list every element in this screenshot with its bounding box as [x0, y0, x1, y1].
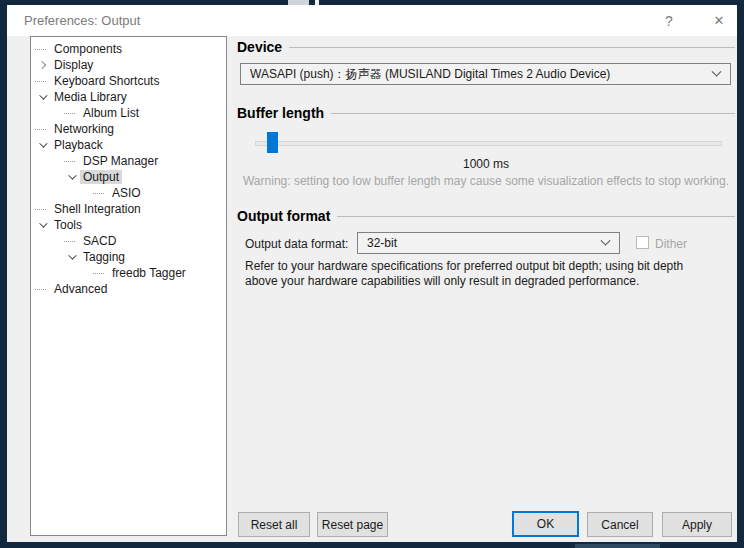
app-edge-right [737, 0, 744, 548]
tree-item-networking[interactable]: Networking [31, 121, 226, 137]
tree-connector [35, 209, 46, 210]
device-select[interactable]: WASAPI (push)：扬声器 (MUSILAND Digital Time… [240, 63, 731, 85]
buffer-value-label: 1000 ms [237, 157, 735, 171]
tree-item-label: SACD [80, 234, 119, 248]
tree-item-label: Output [80, 170, 122, 184]
tree-item-playback[interactable]: Playback [31, 137, 226, 153]
tree-item-label: Components [51, 42, 125, 56]
buffer-section-heading: Buffer length [237, 105, 735, 121]
chevron-collapsed-icon[interactable] [35, 58, 49, 72]
tree-connector [35, 49, 46, 50]
tree-item-label: Display [51, 58, 96, 72]
tree-item-tools[interactable]: Tools [31, 217, 226, 233]
buffer-slider-handle[interactable] [267, 132, 278, 153]
heading-rule [289, 47, 735, 48]
tree-item-asio[interactable]: ASIO [31, 185, 226, 201]
tree-item-label: Tools [51, 218, 85, 232]
cancel-button[interactable]: Cancel [587, 512, 653, 537]
ok-button[interactable]: OK [512, 511, 579, 537]
tree-item-label: Advanced [51, 282, 110, 296]
tree-connector [64, 113, 75, 114]
close-icon[interactable]: ✕ [700, 5, 738, 36]
tree-item-shell-integration[interactable]: Shell Integration [31, 201, 226, 217]
output-format-note: Refer to your hardware specifications fo… [245, 259, 717, 289]
tree-item-label: Album List [80, 106, 142, 120]
heading-rule [337, 216, 735, 217]
tree-item-album-list[interactable]: Album List [31, 105, 226, 121]
app-edge-left [0, 0, 7, 548]
output-format-section-heading: Output format [237, 207, 735, 225]
window-title: Preferences: Output [24, 13, 140, 28]
tree-panel: ComponentsDisplayKeyboard ShortcutsMedia… [30, 36, 227, 536]
reset-page-button[interactable]: Reset page [317, 512, 388, 537]
output-data-format-label: Output data format: [245, 237, 348, 251]
tree-connector [35, 289, 46, 290]
tree-item-display[interactable]: Display [31, 57, 226, 73]
output-data-format-value: 32-bit [367, 236, 600, 250]
tree-connector [93, 193, 104, 194]
tree-item-label: Media Library [51, 90, 130, 104]
title-bar[interactable]: Preferences: Output [7, 5, 737, 36]
buffer-slider-track[interactable] [255, 141, 722, 146]
reset-all-button[interactable]: Reset all [238, 512, 310, 537]
tree-item-label: Shell Integration [51, 202, 144, 216]
buffer-warning-text: Warning: setting too low buffer length m… [237, 174, 735, 188]
apply-button[interactable]: Apply [662, 512, 732, 537]
tree-connector [35, 129, 46, 130]
tree-item-output[interactable]: Output [31, 169, 226, 185]
output-data-format-select[interactable]: 32-bit [357, 232, 620, 254]
chevron-down-icon [711, 69, 721, 79]
tree-item-media-library[interactable]: Media Library [31, 89, 226, 105]
tree-item-label: ASIO [109, 186, 144, 200]
tree-item-label: Keyboard Shortcuts [51, 74, 162, 88]
device-section-heading: Device [237, 39, 735, 55]
chevron-expanded-icon[interactable] [35, 90, 49, 104]
tree-item-freedb-tagger[interactable]: freedb Tagger [31, 265, 226, 281]
tree-item-label: Networking [51, 122, 117, 136]
tree-item-sacd[interactable]: SACD [31, 233, 226, 249]
tree-connector [64, 161, 75, 162]
chevron-down-icon [600, 238, 610, 248]
tree-item-keyboard-shortcuts[interactable]: Keyboard Shortcuts [31, 73, 226, 89]
chevron-expanded-icon[interactable] [64, 170, 78, 184]
tree-item-label: freedb Tagger [109, 266, 189, 280]
tree-item-label: Tagging [80, 250, 128, 264]
tree-item-dsp-manager[interactable]: DSP Manager [31, 153, 226, 169]
tree-item-components[interactable]: Components [31, 41, 226, 57]
tree-item-advanced[interactable]: Advanced [31, 281, 226, 297]
chevron-expanded-icon[interactable] [35, 218, 49, 232]
device-select-value: WASAPI (push)：扬声器 (MUSILAND Digital Time… [250, 66, 711, 83]
tree-item-tagging[interactable]: Tagging [31, 249, 226, 265]
tree-connector [93, 273, 104, 274]
dither-label: Dither [655, 237, 687, 251]
chevron-expanded-icon[interactable] [64, 250, 78, 264]
app-edge-bottom-segment [575, 544, 660, 548]
tree-connector [64, 241, 75, 242]
tree-item-label: Playback [51, 138, 106, 152]
help-button[interactable]: ? [650, 5, 688, 36]
tree-item-label: DSP Manager [80, 154, 161, 168]
heading-rule [331, 113, 735, 114]
dither-checkbox [636, 236, 649, 249]
preferences-dialog: Preferences: Output ? ✕ ComponentsDispla… [0, 0, 744, 548]
chevron-expanded-icon[interactable] [35, 138, 49, 152]
tree-connector [35, 81, 46, 82]
